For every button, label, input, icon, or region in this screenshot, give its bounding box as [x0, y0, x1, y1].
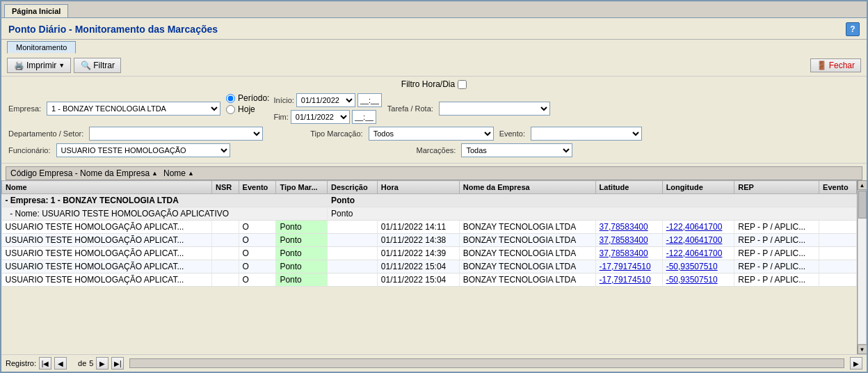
person-group-sublabel: Ponto — [328, 207, 857, 221]
nav-last-button[interactable]: ▶| — [111, 357, 124, 370]
cell-nsr — [211, 273, 239, 287]
table-row: USUARIO TESTE HOMOLOGAÇÃO APLICAT... O P… — [2, 273, 857, 287]
fim-label: Fim: — [273, 113, 288, 121]
cell-evento: O — [239, 273, 276, 287]
col-longitude: Longitude — [662, 181, 734, 194]
tipo-marc-select[interactable]: Todos — [369, 127, 494, 141]
cell-latitude[interactable]: -17,79174510 — [595, 273, 662, 287]
inicio-time-input[interactable] — [357, 93, 382, 107]
filtro-hora-checkbox[interactable] — [458, 80, 467, 89]
de-label: de — [78, 359, 86, 367]
right-scrollbar[interactable]: ▲ ▼ — [857, 180, 867, 354]
close-icon: 🚪 — [817, 61, 827, 70]
scroll-track[interactable] — [858, 190, 867, 344]
cell-longitude[interactable]: -122,40641700 — [662, 247, 734, 260]
col-evento2: Evento — [819, 181, 857, 194]
table-row: USUARIO TESTE HOMOLOGAÇÃO APLICAT... O P… — [2, 247, 857, 260]
cell-descricao — [328, 260, 378, 273]
cell-hora: 01/11/2022 15:04 — [377, 273, 459, 287]
print-dropdown-arrow: ▼ — [58, 62, 65, 69]
filter-button[interactable]: 🔍 Filtrar — [74, 58, 121, 73]
registro-label: Registro: — [6, 359, 36, 367]
table-row: USUARIO TESTE HOMOLOGAÇÃO APLICAT... O P… — [2, 260, 857, 273]
cell-longitude[interactable]: -122,40641700 — [662, 221, 734, 234]
cell-descricao — [328, 234, 378, 247]
cell-longitude[interactable]: -50,93507510 — [662, 260, 734, 273]
close-button[interactable]: 🚪 Fechar — [810, 58, 861, 72]
cell-nsr — [211, 221, 239, 234]
cell-nsr — [211, 234, 239, 247]
periodo-radio[interactable] — [226, 94, 235, 103]
col-evento: Evento — [239, 181, 276, 194]
toolbar: 🖨️ Imprimir ▼ 🔍 Filtrar 🚪 Fechar — [1, 55, 867, 77]
help-button[interactable]: ? — [846, 22, 860, 36]
empresa-select[interactable]: 1 - BONZAY TECNOLOGIA LTDA — [47, 102, 220, 116]
hoje-radio[interactable] — [226, 105, 235, 114]
cell-nsr — [211, 247, 239, 260]
cell-tipo-mar: Ponto — [276, 221, 328, 234]
cell-nome-empresa: BONZAY TECNOLOGIA LTDA — [459, 221, 595, 234]
periodo-label: Período: — [238, 93, 269, 103]
nav-first-button[interactable]: |◀ — [39, 357, 51, 370]
nav-prev-button[interactable]: ◀ — [54, 357, 67, 370]
cell-nome: USUARIO TESTE HOMOLOGAÇÃO APLICAT... — [2, 273, 212, 287]
scroll-down-arrow[interactable]: ▼ — [858, 344, 867, 354]
col-selector-empresa[interactable]: Código Empresa - Nome da Empresa ▲ — [10, 168, 158, 178]
inicio-label: Início: — [273, 96, 294, 104]
scroll-thumb[interactable] — [858, 191, 867, 219]
table-scroll[interactable]: Nome NSR Evento Tipo Mar... Descrição Ho… — [1, 180, 857, 354]
cell-evento2 — [819, 221, 857, 234]
company-group-label: - Empresa: 1 - BONZAY TECNOLOGIA LTDA — [2, 194, 328, 207]
cell-latitude[interactable]: 37,78583400 — [595, 247, 662, 260]
scroll-up-arrow[interactable]: ▲ — [858, 180, 867, 190]
tarefa-label: Tarefa / Rota: — [387, 104, 433, 113]
col-latitude: Latitude — [595, 181, 662, 194]
cell-latitude[interactable]: 37,78583400 — [595, 234, 662, 247]
table-row: USUARIO TESTE HOMOLOGAÇÃO APLICAT... O P… — [2, 221, 857, 234]
cell-latitude[interactable]: 37,78583400 — [595, 221, 662, 234]
inicio-date-select[interactable]: 01/11/2022 — [296, 93, 355, 107]
cell-nome: USUARIO TESTE HOMOLOGAÇÃO APLICAT... — [2, 247, 212, 260]
evento-select[interactable] — [531, 127, 642, 141]
col-hora: Hora — [377, 181, 459, 194]
table-row: - Nome: USUARIO TESTE HOMOLOGAÇÃO APLICA… — [2, 207, 857, 221]
func-select[interactable]: USUARIO TESTE HOMOLOGAÇÃO — [56, 143, 230, 157]
tab-monitoramento[interactable]: Monitoramento — [7, 41, 76, 54]
cell-hora: 01/11/2022 14:38 — [377, 234, 459, 247]
cell-evento: O — [239, 247, 276, 260]
empresa-label: Empresa: — [8, 104, 41, 113]
cell-tipo-mar: Ponto — [276, 260, 328, 273]
col-empresa-label: Código Empresa - Nome da Empresa — [10, 168, 150, 178]
marcacoes-select[interactable]: Todas — [461, 143, 572, 157]
cell-rep: REP - P / APLIC... — [734, 273, 819, 287]
cell-longitude[interactable]: -50,93507510 — [662, 273, 734, 287]
cell-evento: O — [239, 260, 276, 273]
fim-date-select[interactable]: 01/11/2022 — [291, 110, 350, 124]
horizontal-scrollbar[interactable] — [129, 358, 844, 368]
tipo-marc-label: Tipo Marcação: — [310, 129, 362, 138]
cell-nome: USUARIO TESTE HOMOLOGAÇÃO APLICAT... — [2, 260, 212, 273]
cell-latitude[interactable]: -17,79174510 — [595, 260, 662, 273]
data-table: Nome NSR Evento Tipo Mar... Descrição Ho… — [1, 180, 857, 287]
cell-nome-empresa: BONZAY TECNOLOGIA LTDA — [459, 234, 595, 247]
depto-label: Departamento / Setor: — [8, 129, 83, 138]
tarefa-select[interactable] — [439, 102, 550, 116]
col-nome-label: Nome — [163, 168, 186, 178]
col-tipo-mar: Tipo Mar... — [276, 181, 328, 194]
main-content: Nome NSR Evento Tipo Mar... Descrição Ho… — [1, 180, 867, 372]
col-selector-nome[interactable]: Nome ▲ — [163, 168, 194, 178]
depto-select[interactable] — [89, 127, 263, 141]
filter-area: Filtro Hora/Dia Empresa: 1 - BONZAY TECN… — [1, 77, 867, 164]
tab-bar: Página Inicial — [1, 1, 867, 18]
col-nome: Nome — [2, 181, 212, 194]
fim-time-input[interactable] — [352, 110, 376, 124]
scroll-right-button[interactable]: ▶ — [850, 357, 862, 370]
nav-next-button[interactable]: ▶ — [96, 357, 108, 370]
col-nsr: NSR — [211, 181, 239, 194]
print-button[interactable]: 🖨️ Imprimir ▼ — [7, 58, 71, 73]
tab-pagina-inicial[interactable]: Página Inicial — [4, 4, 68, 17]
filtro-hora-dia-row: Filtro Hora/Dia — [401, 79, 467, 89]
cell-descricao — [328, 221, 378, 234]
cell-longitude[interactable]: -122,40641700 — [662, 234, 734, 247]
company-group-sublabel: Ponto — [328, 194, 857, 207]
